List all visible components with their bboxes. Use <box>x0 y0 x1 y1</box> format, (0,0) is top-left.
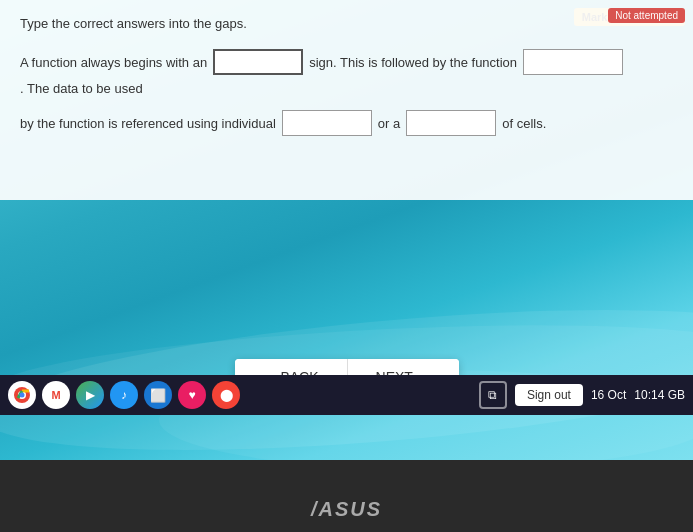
question-row-1: A function always begins with an sign. T… <box>20 49 673 96</box>
row2-suffix: of cells. <box>502 116 546 131</box>
gap-input-3[interactable] <box>282 110 372 136</box>
svg-point-2 <box>20 393 25 398</box>
taskbar: M ▶ ♪ ⬜ ♥ ⬤ ⧉ Sign out 16 Oct 10:1 <box>0 375 693 415</box>
row1-mid: sign. This is followed by the function <box>309 55 517 70</box>
sign-out-button[interactable]: Sign out <box>515 384 583 406</box>
taskbar-date: 16 Oct <box>591 388 626 402</box>
gap-input-2[interactable] <box>523 49 623 75</box>
row1-suffix: . The data to be used <box>20 81 143 96</box>
gap-input-1[interactable] <box>213 49 303 75</box>
asus-logo: /ASUS <box>311 498 382 521</box>
gmail-icon[interactable]: M <box>42 381 70 409</box>
screen: Marks Available: 4 Not attempted Type th… <box>0 0 693 460</box>
play-icon[interactable]: ▶ <box>76 381 104 409</box>
asus-bar: /ASUS <box>0 487 693 532</box>
row2-prefix: by the function is referenced using indi… <box>20 116 276 131</box>
red-app-icon[interactable]: ⬤ <box>212 381 240 409</box>
question-row-2: by the function is referenced using indi… <box>20 110 673 136</box>
chrome-icon[interactable] <box>8 381 36 409</box>
gap-input-4[interactable] <box>406 110 496 136</box>
row1-prefix: A function always begins with an <box>20 55 207 70</box>
taskbar-right: ⧉ Sign out 16 Oct 10:14 GB <box>479 381 685 409</box>
not-attempted-badge: Not attempted <box>608 8 685 23</box>
pink-app-icon[interactable]: ♥ <box>178 381 206 409</box>
clipboard-icon[interactable]: ⧉ <box>479 381 507 409</box>
music-icon[interactable]: ♪ <box>110 381 138 409</box>
content-area: Not attempted Type the correct answers i… <box>0 0 693 200</box>
question-header: Type the correct answers into the gaps. <box>20 16 673 31</box>
row2-mid: or a <box>378 116 400 131</box>
files-icon[interactable]: ⬜ <box>144 381 172 409</box>
taskbar-time: 10:14 GB <box>634 388 685 402</box>
